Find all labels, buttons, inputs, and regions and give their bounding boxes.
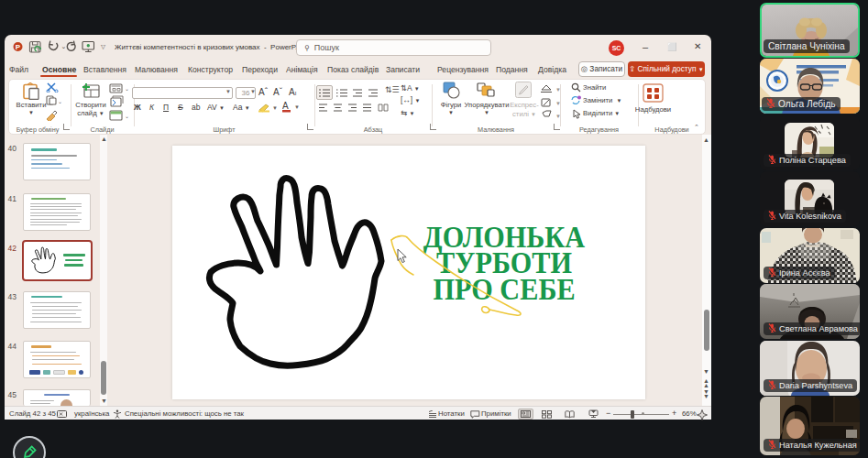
- svg-text:⌄: ⌄: [125, 86, 129, 92]
- svg-text:⌄: ⌄: [125, 114, 129, 119]
- svg-text:P: P: [16, 43, 21, 51]
- svg-text:⌄: ⌄: [61, 43, 67, 49]
- svg-text:▼: ▼: [294, 104, 300, 110]
- svg-text:⌄: ⌄: [58, 99, 62, 104]
- svg-text:A: A: [282, 101, 289, 111]
- svg-text:▼: ▼: [272, 105, 278, 111]
- svg-text:▽: ▽: [101, 43, 105, 49]
